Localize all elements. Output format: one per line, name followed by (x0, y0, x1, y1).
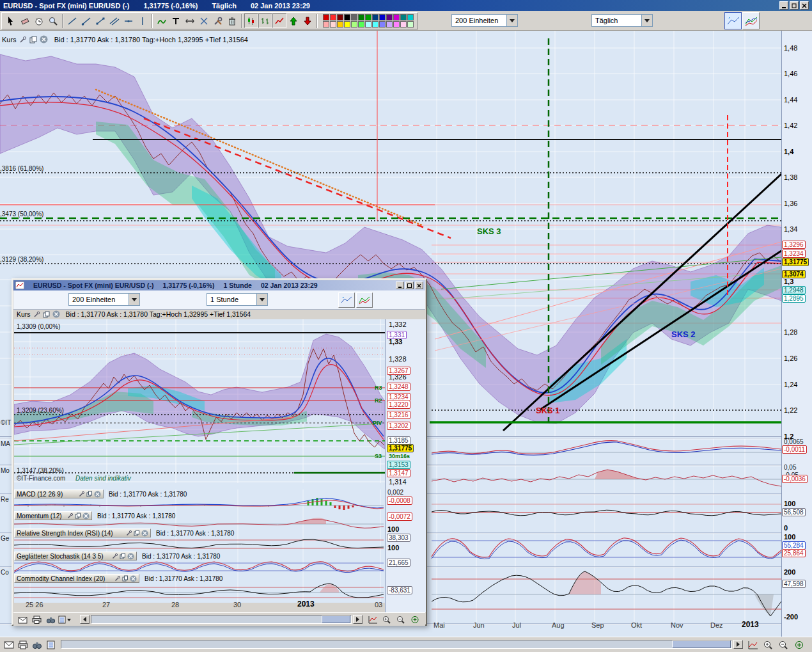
main-scrollbar[interactable] (61, 640, 732, 649)
copy-icon[interactable] (43, 311, 50, 318)
color-swatch[interactable] (323, 14, 329, 20)
color-swatch[interactable] (386, 21, 393, 28)
pointer-tool-button[interactable] (4, 13, 18, 28)
close-quote-icon[interactable] (52, 310, 60, 318)
indicator-header-rsi[interactable]: Relative Strength Index (RSI) (14) (14, 529, 151, 537)
color-swatch[interactable] (351, 21, 357, 28)
child-list-button[interactable] (58, 614, 71, 625)
chart-nav-button[interactable] (747, 639, 760, 651)
settings-tool-button[interactable] (211, 13, 225, 28)
eraser-tool-button[interactable] (18, 13, 32, 28)
scroll-right-button[interactable] (733, 640, 743, 649)
close-indicator-icon[interactable] (127, 553, 134, 560)
zoom-tool-button[interactable] (46, 13, 60, 28)
color-swatch[interactable] (407, 14, 414, 20)
wrench-icon[interactable] (67, 513, 74, 519)
print-button[interactable] (17, 639, 29, 651)
child-scroll-left-button[interactable] (80, 615, 90, 624)
child-zoom-in-button[interactable] (380, 614, 393, 625)
buy-arrow-button[interactable] (286, 13, 301, 28)
trendline-tool-button[interactable] (65, 13, 79, 28)
units-combobox-arrow[interactable] (506, 15, 517, 26)
color-swatch[interactable] (379, 21, 386, 28)
ray-tool-button[interactable] (79, 13, 93, 28)
color-swatch[interactable] (400, 14, 407, 20)
timeframe-combobox[interactable]: Täglich (591, 14, 653, 27)
child-zoom-reset-button[interactable] (409, 614, 421, 625)
close-indicator-icon[interactable] (141, 530, 148, 537)
chart-template-button-1[interactable] (724, 12, 742, 29)
indicator-header-momentum[interactable]: Momentum (12) (14, 511, 92, 520)
wrench-icon[interactable] (19, 36, 27, 44)
color-swatch[interactable] (344, 21, 350, 28)
color-swatch[interactable] (337, 21, 343, 28)
bar-style-button[interactable] (258, 13, 272, 28)
copy-icon[interactable] (122, 575, 129, 582)
indicator-header-stochastic[interactable]: Geglätteter Stochastik (14 3 5) (14, 552, 137, 561)
color-swatch[interactable] (344, 14, 350, 20)
child-search-button[interactable] (44, 614, 57, 625)
wrench-icon[interactable] (79, 491, 85, 497)
indicator-header-cci[interactable]: Commodity Channel Index (20) (14, 574, 139, 583)
wrench-icon[interactable] (33, 311, 40, 318)
color-swatch[interactable] (372, 21, 379, 28)
color-swatch[interactable] (372, 14, 379, 20)
child-units-arrow[interactable] (129, 294, 139, 305)
color-swatch[interactable] (337, 14, 343, 20)
close-indicator-icon[interactable] (94, 491, 101, 498)
child-scrollbar-thumb[interactable] (322, 616, 350, 623)
child-hourly-chart-canvas[interactable] (14, 319, 385, 484)
color-swatch[interactable] (400, 21, 407, 28)
zoom-out-button[interactable] (777, 639, 790, 651)
child-titlebar[interactable]: EURUSD - Spot FX (mini) EUR/USD (-) 1,31… (13, 280, 425, 290)
child-units-combobox[interactable]: 200 Einheiten (68, 293, 140, 306)
child-chart-window[interactable]: EURUSD - Spot FX (mini) EUR/USD (-) 1,31… (12, 278, 427, 626)
child-maximize-button[interactable] (405, 282, 414, 289)
color-swatch[interactable] (358, 21, 364, 28)
child-minimize-button[interactable] (396, 282, 404, 289)
copy-icon[interactable] (120, 553, 126, 559)
color-swatch[interactable] (358, 14, 364, 20)
text-tool-button[interactable] (169, 13, 183, 28)
search-button[interactable] (31, 639, 43, 651)
indicator-tool-button[interactable] (155, 13, 169, 28)
close-button[interactable] (800, 1, 809, 10)
child-chart-template-button-1[interactable] (338, 292, 355, 308)
copy-icon[interactable] (29, 36, 37, 44)
wrench-icon[interactable] (112, 553, 118, 559)
chart-template-button-2[interactable] (742, 12, 760, 29)
maximize-button[interactable] (790, 1, 799, 10)
horizontal-line-tool-button[interactable] (121, 13, 136, 28)
segment-tool-button[interactable] (93, 13, 107, 28)
child-chart-template-button-2[interactable] (356, 292, 373, 308)
zoom-reset-button[interactable] (793, 639, 806, 651)
delete-tool-button[interactable] (225, 13, 239, 28)
color-swatch[interactable] (379, 14, 386, 20)
main-scrollbar-thumb[interactable] (672, 640, 731, 648)
alarm-tool-button[interactable] (32, 13, 46, 28)
child-scroll-right-button[interactable] (353, 615, 363, 624)
color-swatch[interactable] (386, 14, 393, 20)
color-swatch[interactable] (330, 21, 336, 28)
close-quote-icon[interactable] (40, 35, 48, 44)
units-combobox[interactable]: 200 Einheiten (451, 14, 518, 27)
line-style-button[interactable] (272, 13, 286, 28)
wrench-icon[interactable] (114, 575, 121, 582)
child-mail-button[interactable] (16, 614, 29, 626)
color-swatch[interactable] (365, 21, 371, 28)
wrench-icon[interactable] (126, 530, 132, 536)
timeframe-combobox-arrow[interactable] (641, 15, 652, 26)
close-indicator-icon[interactable] (82, 513, 90, 520)
candle-style-button[interactable] (244, 13, 258, 28)
child-chart-nav-button[interactable] (366, 614, 379, 625)
child-zoom-out-button[interactable] (394, 614, 407, 625)
vertical-line-tool-button[interactable] (136, 13, 150, 28)
list-button[interactable] (45, 639, 58, 651)
color-swatch[interactable] (365, 14, 371, 20)
color-swatch[interactable] (393, 21, 400, 28)
child-print-button[interactable] (30, 614, 43, 625)
color-swatch[interactable] (407, 21, 414, 28)
child-indicator-panels-canvas[interactable] (14, 489, 426, 603)
color-swatch[interactable] (323, 21, 329, 28)
main-price-axis[interactable] (781, 31, 812, 637)
